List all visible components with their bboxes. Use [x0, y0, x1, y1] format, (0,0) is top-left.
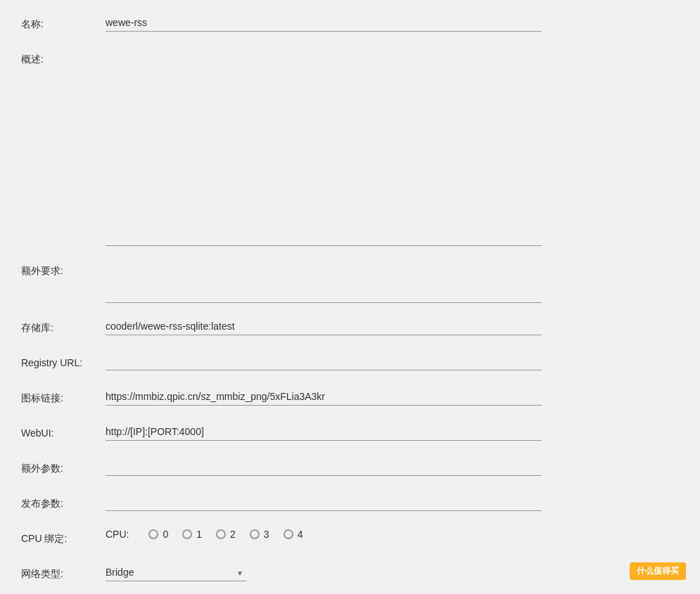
repo-control — [106, 318, 542, 335]
cpu-num-4: 4 — [298, 529, 303, 540]
network-control: Bridge Host None — [106, 564, 542, 581]
extra-params-control — [106, 458, 542, 476]
registry-url-input[interactable] — [106, 353, 542, 370]
cpu-num-2: 2 — [230, 529, 236, 540]
publish-params-control — [106, 493, 542, 511]
registry-url-control — [106, 353, 542, 370]
cpu-option-0[interactable]: 0 — [148, 529, 168, 540]
cpu-radio-2[interactable] — [216, 529, 226, 539]
watermark: 什么值得买 — [630, 562, 686, 580]
publish-params-label: 发布参数: — [21, 493, 106, 510]
registry-url-label: Registry URL: — [21, 353, 106, 368]
cpu-bind-control: CPU: 0 1 2 3 4 — [106, 529, 542, 540]
name-row: 名称: — [21, 14, 679, 37]
description-row: 概述: — [21, 49, 679, 248]
icon-url-control — [106, 388, 542, 406]
extra-params-label: 额外参数: — [21, 458, 106, 475]
cpu-radio-4[interactable] — [284, 529, 293, 539]
extra-req-row: 额外要求: — [21, 261, 679, 305]
name-input[interactable] — [106, 14, 542, 32]
description-label: 概述: — [21, 49, 106, 66]
network-select[interactable]: Bridge Host None — [106, 564, 246, 581]
icon-url-label: 图标链接: — [21, 388, 106, 405]
cpu-num-1: 1 — [196, 529, 202, 540]
repo-label: 存储库: — [21, 318, 106, 335]
cpu-radio-3[interactable] — [250, 529, 260, 539]
cpu-bind-label: CPU 绑定: — [21, 529, 106, 545]
cpu-bind-row: CPU 绑定: CPU: 0 1 2 3 — [21, 529, 679, 551]
cpu-option-3[interactable]: 3 — [250, 529, 269, 540]
extra-params-row: 额外参数: — [21, 458, 679, 481]
repo-input[interactable] — [106, 318, 542, 335]
cpu-label: CPU: — [106, 529, 129, 540]
cpu-radio-1[interactable] — [182, 529, 192, 539]
cpu-num-3: 3 — [264, 529, 269, 540]
webui-input[interactable] — [106, 423, 542, 441]
network-select-wrapper: Bridge Host None — [106, 564, 246, 581]
webui-control — [106, 423, 542, 441]
publish-params-row: 发布参数: — [21, 493, 679, 516]
cpu-num-0: 0 — [163, 529, 168, 540]
cpu-option-1[interactable]: 1 — [182, 529, 202, 540]
webui-label: WebUI: — [21, 423, 106, 439]
extra-req-label: 额外要求: — [21, 261, 106, 278]
network-row: 网络类型: Bridge Host None — [21, 564, 679, 586]
webui-row: WebUI: — [21, 423, 679, 446]
extra-params-input[interactable] — [106, 458, 542, 476]
cpu-option-4[interactable]: 4 — [284, 529, 303, 540]
name-control — [106, 14, 542, 32]
cpu-option-2[interactable]: 2 — [216, 529, 236, 540]
registry-url-row: Registry URL: — [21, 353, 679, 375]
name-label: 名称: — [21, 14, 106, 31]
icon-url-input[interactable] — [106, 388, 542, 406]
network-label: 网络类型: — [21, 564, 106, 581]
description-textarea[interactable] — [106, 49, 542, 246]
cpu-section: CPU: 0 1 2 3 4 — [106, 529, 542, 540]
icon-url-row: 图标链接: — [21, 388, 679, 411]
extra-req-textarea[interactable] — [106, 261, 542, 303]
publish-params-input[interactable] — [106, 493, 542, 511]
description-control — [106, 49, 542, 248]
form-container: 名称: 概述: 额外要求: 存储库: Registry URL: 图标链接: — [0, 0, 700, 594]
cpu-radio-0[interactable] — [148, 529, 158, 539]
extra-req-control — [106, 261, 542, 305]
repo-row: 存储库: — [21, 318, 679, 340]
